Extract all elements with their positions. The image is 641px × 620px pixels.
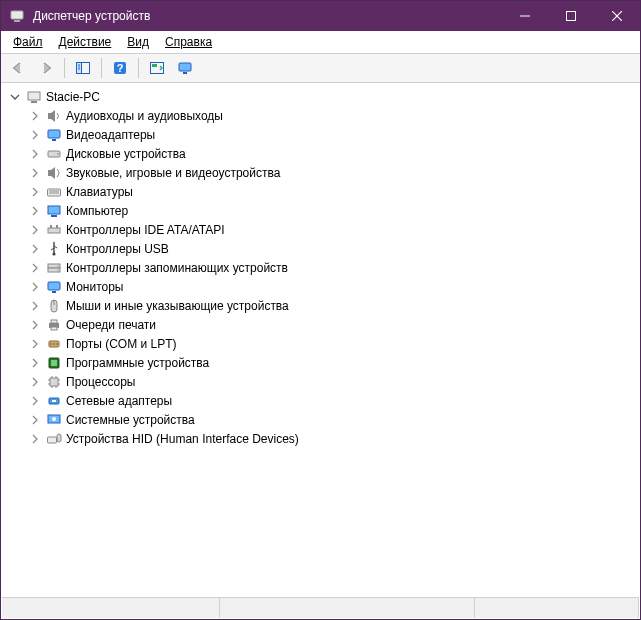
svg-rect-28 (48, 206, 60, 214)
menu-help[interactable]: Справка (159, 33, 218, 51)
scan-hardware-button[interactable] (144, 56, 170, 80)
svg-rect-38 (48, 282, 60, 290)
chevron-right-icon[interactable] (28, 109, 42, 123)
svg-rect-18 (31, 101, 37, 103)
menu-file[interactable]: Файл (7, 33, 49, 51)
svg-rect-39 (52, 291, 56, 293)
computer-icon (26, 89, 42, 105)
close-button[interactable] (594, 1, 640, 31)
tree-category-label: Контроллеры запоминающих устройств (66, 261, 288, 275)
tree-category-node[interactable]: Порты (COM и LPT) (28, 334, 639, 353)
device-tree: Stacie-PC Аудиовходы и аудиовыходыВидеоа… (2, 83, 639, 452)
chevron-right-icon[interactable] (28, 223, 42, 237)
svg-rect-1 (14, 20, 20, 22)
svg-rect-14 (152, 64, 157, 67)
chevron-down-icon[interactable] (8, 90, 22, 104)
svg-rect-3 (567, 12, 576, 21)
svg-rect-17 (28, 92, 40, 100)
mouse-icon (46, 298, 62, 314)
tree-category-node[interactable]: Системные устройства (28, 410, 639, 429)
tree-category-node[interactable]: Аудиовходы и аудиовыходы (28, 106, 639, 125)
chevron-right-icon[interactable] (28, 185, 42, 199)
printer-icon (46, 317, 62, 333)
network-icon (46, 393, 62, 409)
svg-rect-24 (48, 170, 51, 176)
svg-rect-61 (52, 400, 56, 402)
device-tree-panel[interactable]: Stacie-PC Аудиовходы и аудиовыходыВидеоа… (2, 83, 639, 597)
system-icon (46, 412, 62, 428)
minimize-button[interactable] (502, 1, 548, 31)
tree-category-label: Устройства HID (Human Interface Devices) (66, 432, 299, 446)
tree-category-node[interactable]: Дисковые устройства (28, 144, 639, 163)
chevron-right-icon[interactable] (28, 280, 42, 294)
chevron-right-icon[interactable] (28, 242, 42, 256)
chevron-right-icon[interactable] (28, 356, 42, 370)
chevron-right-icon[interactable] (28, 337, 42, 351)
tree-category-label: Аудиовходы и аудиовыходы (66, 109, 223, 123)
chevron-right-icon[interactable] (28, 375, 42, 389)
tree-root-label: Stacie-PC (46, 90, 100, 104)
tree-category-node[interactable]: Мыши и иные указывающие устройства (28, 296, 639, 315)
chevron-right-icon[interactable] (28, 128, 42, 142)
svg-rect-21 (52, 139, 56, 141)
tree-category-node[interactable]: Контроллеры USB (28, 239, 639, 258)
statusbar (2, 597, 639, 618)
svg-rect-32 (56, 225, 58, 228)
tree-category-node[interactable]: Компьютер (28, 201, 639, 220)
maximize-button[interactable] (548, 1, 594, 31)
tree-category-node[interactable]: Программные устройства (28, 353, 639, 372)
svg-rect-51 (50, 378, 58, 386)
software-icon (46, 355, 62, 371)
tree-category-node[interactable]: Клавиатуры (28, 182, 639, 201)
chevron-right-icon[interactable] (28, 394, 42, 408)
chevron-right-icon[interactable] (28, 318, 42, 332)
svg-point-63 (52, 417, 56, 421)
tree-root-node[interactable]: Stacie-PC Аудиовходы и аудиовыходыВидеоа… (8, 87, 639, 448)
toolbar-separator (138, 58, 139, 78)
monitor-icon-button[interactable] (172, 56, 198, 80)
tree-category-label: Дисковые устройства (66, 147, 186, 161)
back-button[interactable] (5, 56, 31, 80)
chevron-right-icon[interactable] (28, 204, 42, 218)
display-icon (46, 127, 62, 143)
tree-category-label: Контроллеры USB (66, 242, 169, 256)
svg-rect-43 (51, 320, 57, 323)
device-manager-window: Диспетчер устройств Файл Действие Вид Сп… (0, 0, 641, 620)
tree-category-node[interactable]: Контроллеры IDE ATA/ATAPI (28, 220, 639, 239)
chevron-right-icon[interactable] (28, 299, 42, 313)
tree-category-node[interactable]: Устройства HID (Human Interface Devices) (28, 429, 639, 448)
menu-action[interactable]: Действие (53, 33, 118, 51)
tree-category-node[interactable]: Сетевые адаптеры (28, 391, 639, 410)
menu-view[interactable]: Вид (121, 33, 155, 51)
svg-rect-31 (50, 225, 52, 228)
status-cell (475, 598, 639, 618)
show-hide-tree-button[interactable] (70, 56, 96, 80)
tree-category-node[interactable]: Звуковые, игровые и видеоустройства (28, 163, 639, 182)
tree-category-node[interactable]: Мониторы (28, 277, 639, 296)
titlebar: Диспетчер устройств (1, 1, 640, 31)
chevron-right-icon[interactable] (28, 166, 42, 180)
tree-category-label: Клавиатуры (66, 185, 133, 199)
svg-point-46 (50, 343, 52, 345)
svg-rect-64 (48, 437, 57, 443)
tree-category-node[interactable]: Видеоадаптеры (28, 125, 639, 144)
tree-category-label: Мыши и иные указывающие устройства (66, 299, 289, 313)
toolbar-separator (64, 58, 65, 78)
chevron-right-icon[interactable] (28, 432, 42, 446)
help-button[interactable]: ? (107, 56, 133, 80)
tree-category-label: Мониторы (66, 280, 123, 294)
svg-rect-65 (57, 434, 61, 442)
tree-category-label: Сетевые адаптеры (66, 394, 172, 408)
svg-rect-30 (48, 228, 60, 233)
disk-icon (46, 146, 62, 162)
chevron-right-icon[interactable] (28, 261, 42, 275)
tree-category-node[interactable]: Очереди печати (28, 315, 639, 334)
status-cell (220, 598, 476, 618)
tree-category-node[interactable]: Процессоры (28, 372, 639, 391)
window-controls (502, 1, 640, 31)
svg-rect-7 (77, 63, 82, 74)
forward-button[interactable] (33, 56, 59, 80)
chevron-right-icon[interactable] (28, 147, 42, 161)
tree-category-node[interactable]: Контроллеры запоминающих устройств (28, 258, 639, 277)
chevron-right-icon[interactable] (28, 413, 42, 427)
